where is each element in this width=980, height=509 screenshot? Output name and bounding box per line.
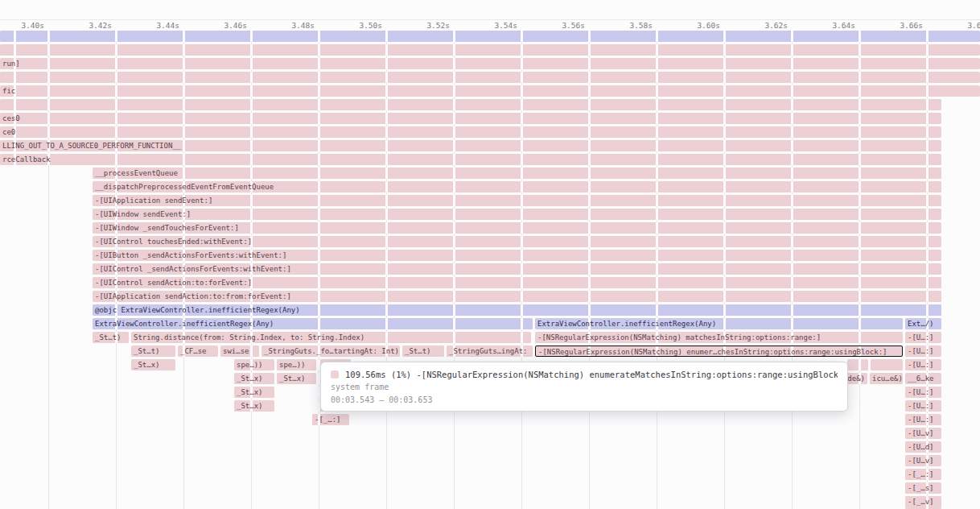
- flame-bar[interactable]: -[U…:]: [905, 414, 941, 425]
- flame-bar[interactable]: -[U…v]: [905, 455, 941, 466]
- frame-color-swatch-icon: [331, 370, 339, 379]
- flame-bar[interactable]: Ext…/): [905, 318, 941, 329]
- flame-bar[interactable]: -[UIControl sendAction:to:forEvent:]: [93, 277, 941, 288]
- flame-bar-selected[interactable]: -[NSRegularExpression(NSMatching) enumer…: [535, 346, 903, 357]
- flame-bar[interactable]: _St…x): [234, 387, 274, 398]
- flame-bar[interactable]: [871, 359, 903, 370]
- flame-bar[interactable]: -[UIApplication sendAction:to:from:forEv…: [93, 291, 941, 302]
- flame-bar[interactable]: _St…x): [234, 400, 274, 412]
- flame-bar[interactable]: swi…se: [220, 346, 259, 357]
- flame-bar[interactable]: -[UIWindow sendEvent:]: [93, 209, 941, 220]
- flame-bar[interactable]: spe…)): [277, 359, 316, 370]
- flame-bar[interactable]: __dispatchPreprocessedEventFromEventQueu…: [93, 181, 941, 192]
- flame-bar[interactable]: -[UIApplication sendEvent:]: [93, 195, 941, 206]
- flame-bar[interactable]: -[NSRegularExpression(NSMatching) matche…: [535, 332, 903, 343]
- flame-bar[interactable]: [0, 31, 980, 42]
- tooltip-title: 109.56ms (1%) -[NSRegularExpression(NSMa…: [345, 370, 838, 379]
- flame-bar[interactable]: -[U…:]: [905, 359, 941, 370]
- flame-bar[interactable]: ExtraViewController.inefficientRegex(Any…: [93, 318, 533, 329]
- flame-bar[interactable]: [0, 99, 941, 110]
- flame-bar[interactable]: _St…x): [234, 373, 274, 384]
- flame-bar[interactable]: [0, 44, 980, 56]
- flame-bar[interactable]: [0, 72, 980, 83]
- flame-bar[interactable]: rceCallback: [0, 154, 941, 165]
- flame-bar[interactable]: ce0: [0, 126, 941, 138]
- flame-graph: run]ficces0ce0LLING_OUT_TO_A_SOURCE0_PER…: [0, 0, 980, 509]
- flame-bar[interactable]: -[_…s]: [905, 482, 941, 494]
- tooltip-header: 109.56ms (1%) -[NSRegularExpression(NSMa…: [331, 368, 838, 381]
- flame-bar[interactable]: @objc ExtraViewController.inefficientReg…: [93, 304, 941, 316]
- flame-bar[interactable]: _St…x): [277, 373, 316, 384]
- tooltip-time-range: 00:03.543 — 00:03.653: [331, 394, 838, 407]
- flame-bar[interactable]: __processEventQueue: [93, 168, 941, 179]
- flame-bar[interactable]: -[_…:]: [905, 469, 941, 480]
- flame-bar[interactable]: _StringGuts…ingAt: Int): [447, 346, 533, 357]
- flame-bar[interactable]: run]: [0, 58, 980, 69]
- flame-bar[interactable]: ExtraViewController.inefficientRegex(Any…: [535, 318, 903, 329]
- flame-bar[interactable]: -[UIControl touchesEnded:withEvent:]: [93, 236, 941, 247]
- tooltip-frame-kind: system frame: [331, 381, 838, 394]
- flame-bar[interactable]: -[_…:]: [312, 414, 349, 425]
- flame-bar[interactable]: icu…e&): [870, 373, 903, 384]
- flame-bar[interactable]: -[_…v]: [905, 496, 941, 507]
- flame-bar[interactable]: -[U…v]: [905, 428, 941, 439]
- flame-bar[interactable]: ces0: [0, 113, 941, 124]
- flame-bar[interactable]: [847, 359, 868, 370]
- flame-bar[interactable]: fic: [0, 85, 980, 97]
- flame-bar[interactable]: -[U…d]: [905, 441, 941, 453]
- flame-bar[interactable]: LLING_OUT_TO_A_SOURCE0_PERFORM_FUNCTION_…: [0, 140, 941, 151]
- flame-bar[interactable]: _StringGuts._fo…tartingAt: Int): [261, 346, 400, 357]
- flame-bar[interactable]: _St…t): [402, 346, 444, 357]
- flame-bar[interactable]: -[U…:]: [905, 387, 941, 398]
- flame-bar[interactable]: -[UIControl _sendActionsForEvents:withEv…: [93, 263, 941, 275]
- flame-bar[interactable]: spe…)): [234, 359, 274, 370]
- flame-bar[interactable]: -[U…:]: [905, 332, 941, 343]
- flame-bar[interactable]: String.distance(from: String.Index, to: …: [131, 332, 531, 343]
- flame-bar[interactable]: _St…t): [93, 332, 129, 343]
- flame-bar[interactable]: -[UIButton _sendActionsForEvents:withEve…: [93, 250, 941, 261]
- flame-bar[interactable]: _CF…se: [178, 346, 218, 357]
- flame-bar[interactable]: -[U…:]: [905, 346, 941, 357]
- flame-bar[interactable]: __6…ke: [905, 373, 941, 384]
- frame-tooltip: 109.56ms (1%) -[NSRegularExpression(NSMa…: [320, 362, 848, 412]
- flame-bar[interactable]: _St…x): [131, 359, 175, 370]
- flame-bar[interactable]: -[U…:]: [905, 400, 941, 412]
- flame-bar[interactable]: -[UIWindow _sendTouchesForEvent:]: [93, 222, 941, 234]
- flame-bar[interactable]: _St…t): [131, 346, 175, 357]
